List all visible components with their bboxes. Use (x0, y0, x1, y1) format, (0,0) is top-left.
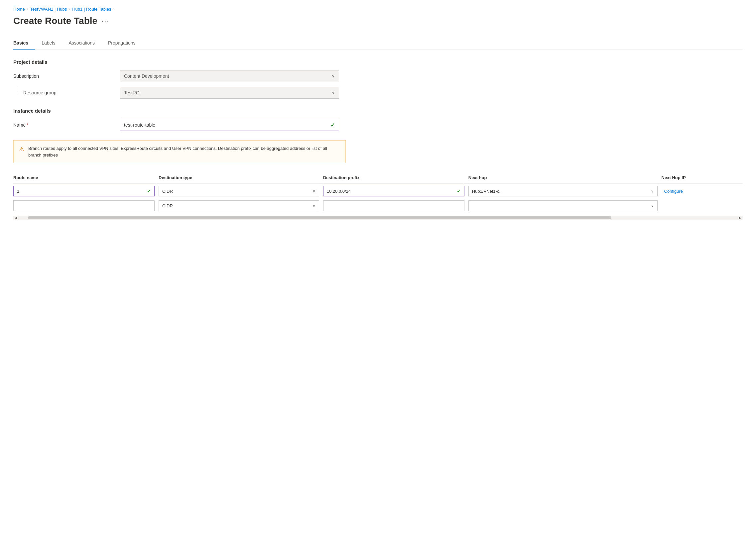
warning-box: ⚠ Branch routes apply to all connected V… (13, 140, 346, 163)
destination-prefix-input-1[interactable]: 10.20.0.0/24 ✓ (323, 186, 464, 197)
name-row: Name* ✓ (13, 119, 743, 131)
col-next-hop: Next hop (468, 173, 662, 184)
subscription-row: Subscription Content Development ∨ (13, 70, 743, 82)
route-name-input-1[interactable]: 1 ✓ (13, 186, 155, 197)
destination-type-cell-1: CIDR ∨ (159, 184, 323, 199)
resource-group-row: Resource group TestRG ∨ (13, 87, 743, 99)
next-hop-chevron-1: ∨ (651, 189, 654, 194)
next-hop-cell-1: Hub1/VNet1-c... ∨ (468, 184, 662, 199)
subscription-chevron-icon: ∨ (332, 74, 335, 78)
route-name-check-icon-1: ✓ (147, 189, 151, 194)
subscription-dropdown[interactable]: Content Development ∨ (120, 70, 339, 82)
destination-type-chevron-2: ∨ (313, 203, 316, 208)
subscription-label: Subscription (13, 73, 120, 79)
route-name-value-1: 1 (17, 189, 19, 194)
project-details-section: Project details Subscription Content Dev… (13, 59, 743, 99)
scroll-left-arrow[interactable]: ◀ (13, 216, 19, 220)
page-title-area: Create Route Table ··· (13, 16, 743, 26)
destination-prefix-check-icon-1: ✓ (457, 189, 461, 194)
horizontal-scrollbar[interactable]: ◀ ▶ (13, 216, 743, 220)
routes-table: Route name Destination type Destination … (13, 173, 743, 213)
page-title: Create Route Table (13, 16, 97, 26)
destination-type-cell-2: CIDR ∨ (159, 199, 323, 213)
route-name-input-2[interactable] (13, 201, 155, 211)
col-next-hop-ip: Next Hop IP (662, 173, 743, 184)
next-hop-ip-cell-1: Configure (662, 184, 743, 199)
destination-prefix-cell-1: 10.20.0.0/24 ✓ (323, 184, 468, 199)
next-hop-cell-2: ∨ (468, 199, 662, 213)
next-hop-value-1: Hub1/VNet1-c... (472, 189, 503, 194)
breadcrumb-sep-1: › (27, 7, 28, 12)
resource-group-label: Resource group (13, 90, 120, 95)
next-hop-chevron-2: ∨ (651, 203, 654, 208)
breadcrumb-testvwan[interactable]: TestVWAN1 | Hubs (30, 7, 67, 12)
tab-labels[interactable]: Labels (35, 37, 62, 50)
tab-basics[interactable]: Basics (13, 37, 35, 50)
col-destination-type: Destination type (159, 173, 323, 184)
resource-group-chevron-icon: ∨ (332, 90, 335, 95)
table-row: CIDR ∨ ∨ (13, 199, 743, 213)
subscription-value: Content Development (124, 73, 169, 79)
next-hop-ip-cell-2 (662, 199, 743, 213)
project-details-header: Project details (13, 59, 743, 65)
destination-type-chevron-1: ∨ (313, 189, 316, 194)
tab-propagations[interactable]: Propagations (101, 37, 142, 50)
destination-type-value-1: CIDR (162, 189, 173, 194)
destination-type-dropdown-2[interactable]: CIDR ∨ (159, 201, 319, 211)
scrollbar-thumb[interactable] (28, 216, 611, 219)
breadcrumb-sep-3: › (113, 7, 115, 12)
scroll-right-arrow[interactable]: ▶ (737, 216, 743, 220)
tab-associations[interactable]: Associations (62, 37, 101, 50)
col-route-name: Route name (13, 173, 159, 184)
name-required-star: * (26, 122, 28, 128)
name-input-wrapper: ✓ (120, 119, 339, 131)
breadcrumb: Home › TestVWAN1 | Hubs › Hub1 | Route T… (13, 7, 743, 12)
name-input[interactable] (124, 122, 331, 128)
breadcrumb-home[interactable]: Home (13, 7, 25, 12)
configure-link-1[interactable]: Configure (662, 189, 685, 194)
table-row: 1 ✓ CIDR ∨ 10.20.0.0/24 ✓ (13, 184, 743, 199)
destination-prefix-cell-2 (323, 199, 468, 213)
routes-section: Route name Destination type Destination … (13, 173, 743, 220)
name-valid-icon: ✓ (331, 122, 335, 128)
destination-type-value-2: CIDR (162, 203, 173, 208)
next-hop-dropdown-2[interactable]: ∨ (468, 201, 658, 211)
col-destination-prefix: Destination prefix (323, 173, 468, 184)
breadcrumb-hub1[interactable]: Hub1 | Route Tables (72, 7, 111, 12)
warning-message: Branch routes apply to all connected VPN… (28, 145, 340, 158)
destination-type-dropdown-1[interactable]: CIDR ∨ (159, 186, 319, 197)
destination-prefix-input-2[interactable] (323, 201, 464, 211)
breadcrumb-sep-2: › (69, 7, 70, 12)
tab-bar: Basics Labels Associations Propagations (13, 37, 743, 50)
resource-group-value: TestRG (124, 90, 140, 95)
more-options-button[interactable]: ··· (101, 17, 109, 25)
warning-triangle-icon: ⚠ (19, 146, 24, 153)
next-hop-dropdown-1[interactable]: Hub1/VNet1-c... ∨ (468, 186, 658, 197)
routes-table-header-row: Route name Destination type Destination … (13, 173, 743, 184)
route-name-cell-1: 1 ✓ (13, 184, 159, 199)
instance-details-header: Instance details (13, 108, 743, 114)
route-name-cell-2 (13, 199, 159, 213)
resource-group-dropdown[interactable]: TestRG ∨ (120, 87, 339, 99)
name-label: Name* (13, 122, 120, 128)
destination-prefix-value-1: 10.20.0.0/24 (327, 189, 351, 194)
instance-details-section: Instance details Name* ✓ (13, 108, 743, 131)
